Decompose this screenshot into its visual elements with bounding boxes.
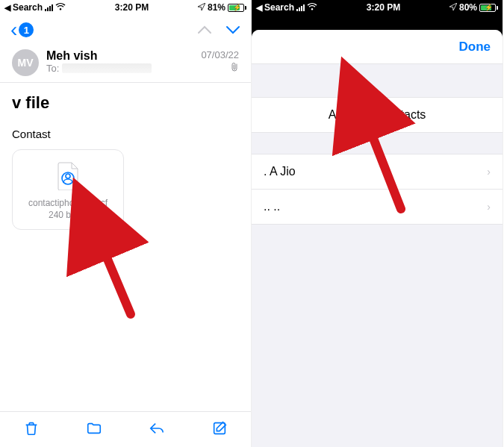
sheet-spacer <box>252 133 503 154</box>
chevron-right-icon: › <box>487 166 491 178</box>
chevron-right-icon: › <box>487 201 491 213</box>
wifi-icon <box>55 2 66 13</box>
subject: v file <box>0 83 251 117</box>
battery-icon: ⚡ <box>479 4 498 12</box>
attachment-icon <box>201 62 239 75</box>
back-caret-icon: ◀ <box>4 3 10 13</box>
attachment-filename: contactiphone2s.vcf <box>19 198 117 208</box>
statusbar-time: 3:20 PM <box>66 2 198 13</box>
location-icon <box>198 2 205 13</box>
body-text: Contast <box>0 117 251 145</box>
contact-row[interactable]: .. .. › <box>252 190 503 225</box>
statusbar-right: ◀ Search 3:20 PM 80% ⚡ <box>252 0 503 15</box>
contact-name: . A Jio <box>264 165 296 178</box>
mail-nav: ‹ 1 <box>0 15 251 45</box>
battery-pct: 81% <box>208 2 225 13</box>
sheet-header: Done <box>252 30 503 64</box>
message-date: 07/03/22 <box>201 49 239 60</box>
statusbar-left: ◀ Search 3:20 PM 81% ⚡ <box>0 0 251 15</box>
reply-button[interactable] <box>149 420 165 440</box>
recipient-redacted <box>62 63 152 73</box>
signal-icon <box>45 4 53 11</box>
location-icon <box>449 2 457 13</box>
contacts-sheet: Done Add All 2 Contacts . A Jio › .. .. … <box>252 30 503 447</box>
avatar[interactable]: MV <box>12 49 39 76</box>
chevron-left-icon: ‹ <box>10 19 17 40</box>
next-message-button[interactable] <box>225 20 240 40</box>
battery-icon: ⚡ <box>228 4 246 12</box>
compose-button[interactable] <box>211 420 228 440</box>
contact-name: .. .. <box>264 200 280 213</box>
attachment-size: 240 bytes <box>19 210 117 220</box>
unread-badge: 1 <box>19 22 34 37</box>
statusbar-time: 3:20 PM <box>317 2 449 13</box>
wifi-icon <box>307 2 317 13</box>
svg-rect-2 <box>214 422 225 434</box>
sender-name[interactable]: Meh vish <box>46 49 193 63</box>
mail-body: v file Contast contactiphone2s.vcf 240 b… <box>0 83 251 411</box>
battery-pct: 80% <box>459 2 477 13</box>
move-button[interactable] <box>86 420 102 440</box>
add-all-label: Add All 2 Contacts <box>329 108 426 122</box>
sheet-spacer <box>252 64 503 97</box>
back-button[interactable]: ‹ 1 <box>10 19 34 40</box>
add-all-contacts-button[interactable]: Add All 2 Contacts <box>252 97 503 133</box>
to-label: To: <box>46 63 59 74</box>
phone-right: ◀ Search 3:20 PM 80% ⚡ Done Add All 2 Co… <box>252 0 503 447</box>
annotation-arrow-left <box>90 232 142 325</box>
statusbar-back-label[interactable]: Search <box>264 2 294 13</box>
done-button[interactable]: Done <box>459 40 491 54</box>
phone-left: ◀ Search 3:20 PM 81% ⚡ ‹ 1 <box>0 0 252 447</box>
trash-button[interactable] <box>23 420 40 440</box>
contact-row[interactable]: . A Jio › <box>252 154 503 190</box>
attachment-card[interactable]: contactiphone2s.vcf 240 bytes <box>12 149 124 230</box>
statusbar-back-label[interactable]: Search <box>13 2 43 13</box>
back-caret-icon: ◀ <box>256 3 262 13</box>
mail-toolbar <box>0 411 251 447</box>
vcf-file-icon <box>19 162 117 190</box>
signal-icon <box>296 4 305 11</box>
prev-message-button[interactable] <box>197 20 212 40</box>
message-header: MV Meh vish To: 07/03/22 <box>0 45 251 83</box>
